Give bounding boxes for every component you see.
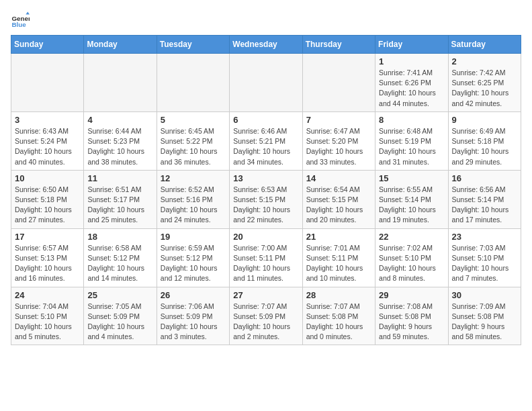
calendar-cell: 29Sunrise: 7:08 AM Sunset: 5:08 PM Dayli…	[375, 287, 448, 345]
calendar-cell: 1Sunrise: 7:41 AM Sunset: 6:26 PM Daylig…	[375, 54, 448, 112]
day-detail: Sunrise: 6:50 AM Sunset: 5:18 PM Dayligh…	[15, 185, 80, 226]
calendar-cell	[302, 54, 375, 112]
day-detail: Sunrise: 6:43 AM Sunset: 5:24 PM Dayligh…	[15, 126, 80, 167]
day-number: 23	[452, 232, 517, 242]
day-number: 16	[452, 173, 517, 183]
day-detail: Sunrise: 6:54 AM Sunset: 5:15 PM Dayligh…	[306, 185, 371, 226]
day-detail: Sunrise: 7:05 AM Sunset: 5:09 PM Dayligh…	[87, 302, 152, 342]
calendar-cell: 8Sunrise: 6:48 AM Sunset: 5:19 PM Daylig…	[375, 111, 448, 170]
day-detail: Sunrise: 6:51 AM Sunset: 5:17 PM Dayligh…	[87, 185, 152, 226]
logo: General Blue	[11, 11, 30, 30]
day-detail: Sunrise: 6:53 AM Sunset: 5:15 PM Dayligh…	[233, 185, 298, 226]
calendar-cell: 27Sunrise: 7:07 AM Sunset: 5:09 PM Dayli…	[230, 287, 302, 345]
calendar-cell	[157, 54, 229, 112]
calendar-cell: 2Sunrise: 7:42 AM Sunset: 6:25 PM Daylig…	[448, 54, 521, 112]
calendar-cell: 12Sunrise: 6:52 AM Sunset: 5:16 PM Dayli…	[157, 170, 229, 228]
day-number: 3	[15, 115, 80, 125]
day-number: 5	[161, 115, 226, 125]
day-detail: Sunrise: 6:59 AM Sunset: 5:12 PM Dayligh…	[161, 243, 226, 284]
day-detail: Sunrise: 6:57 AM Sunset: 5:13 PM Dayligh…	[15, 243, 80, 284]
day-number: 14	[306, 173, 371, 183]
calendar-cell: 6Sunrise: 6:46 AM Sunset: 5:21 PM Daylig…	[230, 111, 302, 170]
calendar-cell: 13Sunrise: 6:53 AM Sunset: 5:15 PM Dayli…	[230, 170, 302, 228]
svg-text:Blue: Blue	[11, 21, 26, 28]
day-number: 27	[233, 290, 298, 300]
day-number: 24	[15, 290, 80, 300]
calendar-cell: 14Sunrise: 6:54 AM Sunset: 5:15 PM Dayli…	[302, 170, 375, 228]
day-detail: Sunrise: 6:48 AM Sunset: 5:19 PM Dayligh…	[379, 126, 444, 167]
day-number: 20	[233, 232, 298, 242]
calendar-cell: 11Sunrise: 6:51 AM Sunset: 5:17 PM Dayli…	[84, 170, 157, 228]
day-detail: Sunrise: 7:07 AM Sunset: 5:08 PM Dayligh…	[306, 302, 371, 342]
day-detail: Sunrise: 7:01 AM Sunset: 5:11 PM Dayligh…	[306, 243, 371, 284]
day-number: 15	[379, 173, 444, 183]
weekday-header-saturday: Saturday	[448, 36, 521, 54]
day-detail: Sunrise: 6:52 AM Sunset: 5:16 PM Dayligh…	[161, 185, 226, 226]
calendar-body: 1Sunrise: 7:41 AM Sunset: 6:26 PM Daylig…	[11, 54, 521, 345]
calendar-cell: 7Sunrise: 6:47 AM Sunset: 5:20 PM Daylig…	[302, 111, 375, 170]
day-number: 4	[87, 115, 152, 125]
calendar-table: SundayMondayTuesdayWednesdayThursdayFrid…	[11, 35, 521, 345]
day-number: 25	[87, 290, 152, 300]
svg-marker-2	[26, 11, 30, 14]
calendar-cell: 23Sunrise: 7:03 AM Sunset: 5:10 PM Dayli…	[448, 228, 521, 287]
day-detail: Sunrise: 6:55 AM Sunset: 5:14 PM Dayligh…	[379, 185, 444, 226]
day-detail: Sunrise: 6:49 AM Sunset: 5:18 PM Dayligh…	[452, 126, 517, 167]
calendar-cell: 15Sunrise: 6:55 AM Sunset: 5:14 PM Dayli…	[375, 170, 448, 228]
day-number: 18	[87, 232, 152, 242]
weekday-header-monday: Monday	[84, 36, 157, 54]
calendar-week-4: 17Sunrise: 6:57 AM Sunset: 5:13 PM Dayli…	[11, 228, 521, 287]
day-detail: Sunrise: 7:00 AM Sunset: 5:11 PM Dayligh…	[233, 243, 298, 284]
weekday-header-sunday: Sunday	[11, 36, 84, 54]
day-number: 10	[15, 173, 80, 183]
calendar-cell	[11, 54, 84, 112]
page-header: General Blue	[11, 11, 521, 30]
logo-icon: General Blue	[11, 11, 30, 30]
day-number: 2	[452, 56, 517, 66]
day-number: 19	[161, 232, 226, 242]
day-detail: Sunrise: 7:02 AM Sunset: 5:10 PM Dayligh…	[379, 243, 444, 284]
day-detail: Sunrise: 6:44 AM Sunset: 5:23 PM Dayligh…	[87, 126, 152, 167]
calendar-cell: 28Sunrise: 7:07 AM Sunset: 5:08 PM Dayli…	[302, 287, 375, 345]
day-detail: Sunrise: 7:41 AM Sunset: 6:26 PM Dayligh…	[379, 68, 444, 109]
calendar-week-2: 3Sunrise: 6:43 AM Sunset: 5:24 PM Daylig…	[11, 111, 521, 170]
day-detail: Sunrise: 7:07 AM Sunset: 5:09 PM Dayligh…	[233, 302, 298, 342]
calendar-cell: 25Sunrise: 7:05 AM Sunset: 5:09 PM Dayli…	[84, 287, 157, 345]
day-number: 11	[87, 173, 152, 183]
calendar-cell: 30Sunrise: 7:09 AM Sunset: 5:08 PM Dayli…	[448, 287, 521, 345]
calendar-cell: 4Sunrise: 6:44 AM Sunset: 5:23 PM Daylig…	[84, 111, 157, 170]
calendar-cell: 10Sunrise: 6:50 AM Sunset: 5:18 PM Dayli…	[11, 170, 84, 228]
day-number: 26	[161, 290, 226, 300]
day-number: 12	[161, 173, 226, 183]
day-number: 22	[379, 232, 444, 242]
weekday-header-thursday: Thursday	[302, 36, 375, 54]
weekday-header-wednesday: Wednesday	[230, 36, 302, 54]
calendar-cell: 17Sunrise: 6:57 AM Sunset: 5:13 PM Dayli…	[11, 228, 84, 287]
calendar-week-3: 10Sunrise: 6:50 AM Sunset: 5:18 PM Dayli…	[11, 170, 521, 228]
calendar-cell: 3Sunrise: 6:43 AM Sunset: 5:24 PM Daylig…	[11, 111, 84, 170]
day-detail: Sunrise: 6:45 AM Sunset: 5:22 PM Dayligh…	[161, 126, 226, 167]
day-number: 21	[306, 232, 371, 242]
calendar-cell: 9Sunrise: 6:49 AM Sunset: 5:18 PM Daylig…	[448, 111, 521, 170]
day-number: 8	[379, 115, 444, 125]
calendar-header: SundayMondayTuesdayWednesdayThursdayFrid…	[11, 36, 521, 54]
weekday-header-friday: Friday	[375, 36, 448, 54]
day-number: 30	[452, 290, 517, 300]
calendar-cell	[230, 54, 302, 112]
day-number: 29	[379, 290, 444, 300]
calendar-cell: 19Sunrise: 6:59 AM Sunset: 5:12 PM Dayli…	[157, 228, 229, 287]
day-detail: Sunrise: 6:58 AM Sunset: 5:12 PM Dayligh…	[87, 243, 152, 284]
day-number: 6	[233, 115, 298, 125]
calendar-cell: 21Sunrise: 7:01 AM Sunset: 5:11 PM Dayli…	[302, 228, 375, 287]
day-detail: Sunrise: 7:09 AM Sunset: 5:08 PM Dayligh…	[452, 302, 517, 342]
calendar-cell: 16Sunrise: 6:56 AM Sunset: 5:14 PM Dayli…	[448, 170, 521, 228]
day-number: 17	[15, 232, 80, 242]
day-number: 28	[306, 290, 371, 300]
day-number: 1	[379, 56, 444, 66]
day-detail: Sunrise: 6:47 AM Sunset: 5:20 PM Dayligh…	[306, 126, 371, 167]
calendar-week-5: 24Sunrise: 7:04 AM Sunset: 5:10 PM Dayli…	[11, 287, 521, 345]
calendar-cell: 18Sunrise: 6:58 AM Sunset: 5:12 PM Dayli…	[84, 228, 157, 287]
calendar-cell: 22Sunrise: 7:02 AM Sunset: 5:10 PM Dayli…	[375, 228, 448, 287]
day-number: 7	[306, 115, 371, 125]
day-number: 9	[452, 115, 517, 125]
